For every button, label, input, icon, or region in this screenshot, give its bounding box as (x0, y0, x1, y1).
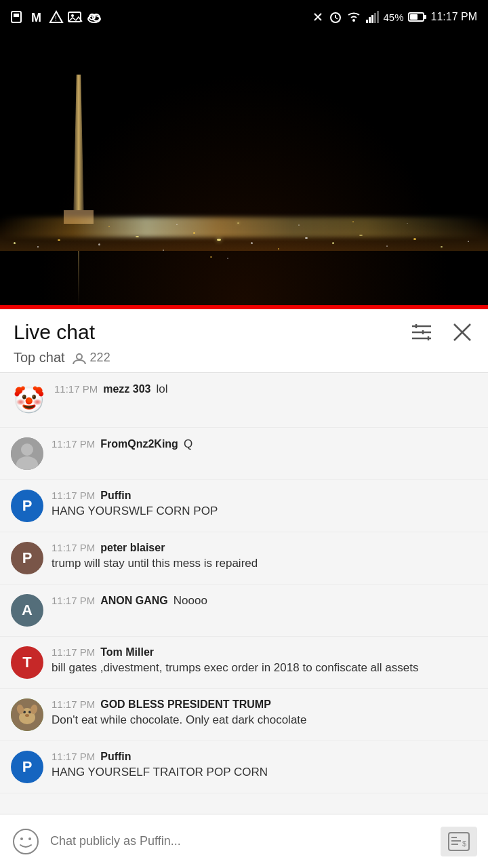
list-item: P 11:17 PM Puffin HANG YOURSWLF CORN POP (0, 480, 488, 532)
chat-messages: 🤡 11:17 PM mezz 303 lol 11:17 (0, 373, 488, 848)
dog-avatar (11, 698, 43, 731)
svg-point-32 (21, 443, 33, 456)
top-chat-label[interactable]: Top chat (14, 350, 65, 366)
header-icons (409, 320, 474, 344)
alert-icon: ! (49, 10, 64, 24)
list-item: A 11:17 PM ANON GANG Noooo (0, 585, 488, 637)
message-text-inline: Q (184, 437, 192, 451)
message-text: Don't eat while chocolate. Only eat dark… (52, 712, 477, 728)
message-text: trump will stay until this mess is repai… (52, 555, 477, 572)
message-time: 11:17 PM (52, 595, 95, 606)
message-text-inline: Noooo (174, 594, 207, 608)
close-button[interactable] (450, 320, 474, 344)
svg-rect-16 (371, 15, 373, 23)
svg-rect-50 (451, 844, 458, 845)
message-text: HANG YOURSELF TRAITOR POP CORN (52, 764, 477, 781)
user-avatar-img (11, 437, 43, 470)
svg-point-46 (28, 837, 31, 840)
video-player[interactable] (0, 34, 488, 305)
svg-rect-48 (451, 837, 457, 838)
svg-rect-18 (377, 11, 379, 23)
list-item: 11:17 PM GOD BLESS PRESIDENT TRUMP Don't… (0, 689, 488, 741)
m-icon: M (30, 10, 45, 24)
avatar: P (11, 751, 43, 783)
message-time: 11:17 PM (52, 751, 95, 762)
svg-text:M: M (31, 11, 41, 24)
message-username: Puffin (100, 490, 131, 502)
message-username: GOD BLESS PRESIDENT TRUMP (100, 698, 271, 711)
message-time: 11:17 PM (54, 383, 98, 395)
message-text: bill gates ,divestment, trumps exec orde… (52, 660, 477, 676)
bluetooth-icon (311, 10, 325, 24)
message-time: 11:17 PM (52, 542, 95, 553)
emoji-button[interactable] (11, 827, 41, 856)
message-username: peter blaiser (100, 542, 165, 554)
list-item: 11:17 PM FromQnz2King Q (0, 428, 488, 480)
message-meta: 11:17 PM ANON GANG Noooo (52, 594, 477, 608)
send-button[interactable]: $ (441, 827, 477, 856)
message-username: Puffin (100, 751, 131, 763)
svg-rect-1 (14, 14, 19, 17)
filter-button[interactable] (409, 322, 434, 342)
message-username: ANON GANG (100, 595, 168, 607)
close-icon (450, 320, 474, 344)
list-item: P 11:17 PM Puffin HANG YOURSELF TRAITOR … (0, 741, 488, 793)
battery-percent: 45% (383, 12, 403, 23)
chat-section: Live chat (0, 309, 488, 868)
message-text: HANG YOURSWLF CORN POP (52, 503, 477, 519)
message-meta: 11:17 PM mezz 303 lol (54, 382, 477, 396)
message-meta: 11:17 PM GOD BLESS PRESIDENT TRUMP (52, 698, 477, 711)
avatar: P (11, 490, 43, 522)
cloud-icon (87, 10, 102, 24)
list-item: P 11:17 PM peter blaiser trump will stay… (0, 532, 488, 585)
svg-point-6 (71, 14, 74, 17)
avatar (11, 698, 43, 731)
svg-point-41 (25, 714, 29, 717)
send-icon: $ (447, 831, 470, 852)
svg-rect-17 (374, 13, 376, 23)
message-time: 11:17 PM (52, 490, 95, 501)
city-lights (0, 217, 488, 264)
avatar: P (11, 542, 43, 574)
status-left-icons: M ! (11, 10, 102, 24)
video-content (0, 34, 488, 305)
viewers-icon (72, 352, 87, 364)
emoji-icon (12, 828, 39, 855)
avatar (11, 437, 43, 470)
avatar: A (11, 594, 43, 627)
message-time: 11:17 PM (52, 698, 95, 710)
svg-point-44 (14, 829, 38, 854)
alarm-icon (329, 10, 342, 24)
image-icon (68, 10, 83, 24)
status-bar: M ! (0, 0, 488, 34)
sim-icon (11, 11, 26, 23)
svg-text:!: ! (55, 14, 57, 22)
message-meta: 11:17 PM Puffin (52, 490, 477, 502)
message-meta: 11:17 PM Puffin (52, 751, 477, 763)
live-chat-title: Live chat (14, 321, 95, 344)
message-time: 11:17 PM (52, 438, 95, 450)
message-content: 11:17 PM FromQnz2King Q (52, 437, 477, 452)
svg-point-30 (77, 354, 82, 359)
message-content: 11:17 PM Puffin HANG YOURSWLF CORN POP (52, 490, 477, 519)
message-username: Tom Miller (100, 646, 154, 658)
avatar: 🤡 (11, 382, 46, 418)
message-meta: 11:17 PM FromQnz2King Q (52, 437, 477, 451)
viewer-number: 222 (90, 351, 110, 365)
message-content: 11:17 PM ANON GANG Noooo (52, 594, 477, 609)
message-content: 11:17 PM Puffin HANG YOURSELF TRAITOR PO… (52, 751, 477, 781)
monument (73, 75, 84, 224)
svg-line-12 (336, 18, 338, 19)
wifi-icon (346, 10, 361, 24)
status-right-icons: 45% 11:17 PM (311, 10, 477, 24)
chat-input[interactable] (50, 827, 431, 856)
message-text-inline: lol (156, 382, 167, 396)
list-item: T 11:17 PM Tom Miller bill gates ,divest… (0, 637, 488, 689)
chat-subheader: Top chat 222 (14, 350, 474, 372)
signal-icon (365, 10, 379, 24)
chat-header: Live chat (0, 309, 488, 373)
svg-rect-20 (424, 15, 426, 19)
svg-rect-14 (366, 20, 368, 23)
svg-point-13 (352, 19, 355, 22)
message-content: 11:17 PM peter blaiser trump will stay u… (52, 542, 477, 572)
